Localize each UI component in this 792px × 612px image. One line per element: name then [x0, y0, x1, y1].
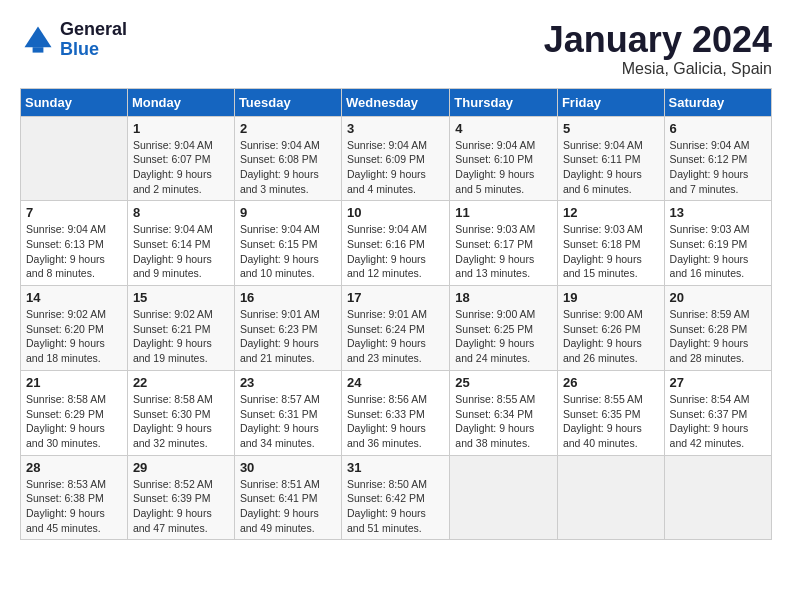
day-info: Sunrise: 9:03 AMSunset: 6:18 PMDaylight:… — [563, 222, 659, 281]
day-info: Sunrise: 8:51 AMSunset: 6:41 PMDaylight:… — [240, 477, 336, 536]
day-info: Sunrise: 9:04 AMSunset: 6:08 PMDaylight:… — [240, 138, 336, 197]
day-info: Sunrise: 9:04 AMSunset: 6:07 PMDaylight:… — [133, 138, 229, 197]
day-number: 2 — [240, 121, 336, 136]
day-number: 14 — [26, 290, 122, 305]
day-number: 26 — [563, 375, 659, 390]
week-row-3: 14Sunrise: 9:02 AMSunset: 6:20 PMDayligh… — [21, 286, 772, 371]
day-info: Sunrise: 9:04 AMSunset: 6:10 PMDaylight:… — [455, 138, 552, 197]
day-number: 3 — [347, 121, 444, 136]
page-header: General Blue January 2024 Mesia, Galicia… — [20, 20, 772, 78]
day-number: 15 — [133, 290, 229, 305]
location: Mesia, Galicia, Spain — [544, 60, 772, 78]
calendar-cell: 25Sunrise: 8:55 AMSunset: 6:34 PMDayligh… — [450, 370, 558, 455]
day-number: 7 — [26, 205, 122, 220]
day-number: 21 — [26, 375, 122, 390]
day-number: 16 — [240, 290, 336, 305]
day-number: 30 — [240, 460, 336, 475]
svg-marker-0 — [25, 26, 52, 47]
day-info: Sunrise: 8:59 AMSunset: 6:28 PMDaylight:… — [670, 307, 766, 366]
day-number: 20 — [670, 290, 766, 305]
week-row-2: 7Sunrise: 9:04 AMSunset: 6:13 PMDaylight… — [21, 201, 772, 286]
day-info: Sunrise: 8:57 AMSunset: 6:31 PMDaylight:… — [240, 392, 336, 451]
day-info: Sunrise: 9:00 AMSunset: 6:25 PMDaylight:… — [455, 307, 552, 366]
day-info: Sunrise: 9:04 AMSunset: 6:16 PMDaylight:… — [347, 222, 444, 281]
day-number: 31 — [347, 460, 444, 475]
calendar-cell: 12Sunrise: 9:03 AMSunset: 6:18 PMDayligh… — [557, 201, 664, 286]
day-number: 23 — [240, 375, 336, 390]
day-info: Sunrise: 8:53 AMSunset: 6:38 PMDaylight:… — [26, 477, 122, 536]
day-number: 25 — [455, 375, 552, 390]
day-info: Sunrise: 9:02 AMSunset: 6:21 PMDaylight:… — [133, 307, 229, 366]
month-title: January 2024 — [544, 20, 772, 60]
day-number: 12 — [563, 205, 659, 220]
day-number: 19 — [563, 290, 659, 305]
day-info: Sunrise: 9:01 AMSunset: 6:24 PMDaylight:… — [347, 307, 444, 366]
calendar-cell: 29Sunrise: 8:52 AMSunset: 6:39 PMDayligh… — [127, 455, 234, 540]
calendar-cell: 10Sunrise: 9:04 AMSunset: 6:16 PMDayligh… — [342, 201, 450, 286]
day-number: 27 — [670, 375, 766, 390]
day-info: Sunrise: 8:50 AMSunset: 6:42 PMDaylight:… — [347, 477, 444, 536]
header-cell-tuesday: Tuesday — [234, 88, 341, 116]
calendar-cell: 14Sunrise: 9:02 AMSunset: 6:20 PMDayligh… — [21, 286, 128, 371]
header-row: SundayMondayTuesdayWednesdayThursdayFrid… — [21, 88, 772, 116]
day-number: 4 — [455, 121, 552, 136]
day-info: Sunrise: 9:00 AMSunset: 6:26 PMDaylight:… — [563, 307, 659, 366]
calendar-cell: 27Sunrise: 8:54 AMSunset: 6:37 PMDayligh… — [664, 370, 771, 455]
day-info: Sunrise: 9:03 AMSunset: 6:19 PMDaylight:… — [670, 222, 766, 281]
calendar-cell: 3Sunrise: 9:04 AMSunset: 6:09 PMDaylight… — [342, 116, 450, 201]
svg-rect-1 — [33, 47, 44, 52]
week-row-5: 28Sunrise: 8:53 AMSunset: 6:38 PMDayligh… — [21, 455, 772, 540]
header-cell-friday: Friday — [557, 88, 664, 116]
header-cell-wednesday: Wednesday — [342, 88, 450, 116]
day-number: 13 — [670, 205, 766, 220]
day-number: 29 — [133, 460, 229, 475]
calendar-cell — [21, 116, 128, 201]
day-number: 8 — [133, 205, 229, 220]
calendar-cell: 9Sunrise: 9:04 AMSunset: 6:15 PMDaylight… — [234, 201, 341, 286]
day-info: Sunrise: 8:56 AMSunset: 6:33 PMDaylight:… — [347, 392, 444, 451]
calendar-cell: 21Sunrise: 8:58 AMSunset: 6:29 PMDayligh… — [21, 370, 128, 455]
day-info: Sunrise: 9:04 AMSunset: 6:13 PMDaylight:… — [26, 222, 122, 281]
calendar-cell: 5Sunrise: 9:04 AMSunset: 6:11 PMDaylight… — [557, 116, 664, 201]
day-number: 6 — [670, 121, 766, 136]
calendar-cell: 15Sunrise: 9:02 AMSunset: 6:21 PMDayligh… — [127, 286, 234, 371]
day-info: Sunrise: 9:04 AMSunset: 6:15 PMDaylight:… — [240, 222, 336, 281]
calendar-cell: 31Sunrise: 8:50 AMSunset: 6:42 PMDayligh… — [342, 455, 450, 540]
calendar-cell: 8Sunrise: 9:04 AMSunset: 6:14 PMDaylight… — [127, 201, 234, 286]
calendar-cell: 11Sunrise: 9:03 AMSunset: 6:17 PMDayligh… — [450, 201, 558, 286]
calendar-cell: 13Sunrise: 9:03 AMSunset: 6:19 PMDayligh… — [664, 201, 771, 286]
day-number: 24 — [347, 375, 444, 390]
header-cell-thursday: Thursday — [450, 88, 558, 116]
day-number: 18 — [455, 290, 552, 305]
title-block: January 2024 Mesia, Galicia, Spain — [544, 20, 772, 78]
calendar-cell: 4Sunrise: 9:04 AMSunset: 6:10 PMDaylight… — [450, 116, 558, 201]
calendar-cell: 18Sunrise: 9:00 AMSunset: 6:25 PMDayligh… — [450, 286, 558, 371]
calendar-cell: 20Sunrise: 8:59 AMSunset: 6:28 PMDayligh… — [664, 286, 771, 371]
day-info: Sunrise: 8:54 AMSunset: 6:37 PMDaylight:… — [670, 392, 766, 451]
day-info: Sunrise: 8:58 AMSunset: 6:30 PMDaylight:… — [133, 392, 229, 451]
calendar-cell: 7Sunrise: 9:04 AMSunset: 6:13 PMDaylight… — [21, 201, 128, 286]
calendar-cell: 6Sunrise: 9:04 AMSunset: 6:12 PMDaylight… — [664, 116, 771, 201]
week-row-1: 1Sunrise: 9:04 AMSunset: 6:07 PMDaylight… — [21, 116, 772, 201]
week-row-4: 21Sunrise: 8:58 AMSunset: 6:29 PMDayligh… — [21, 370, 772, 455]
day-info: Sunrise: 9:01 AMSunset: 6:23 PMDaylight:… — [240, 307, 336, 366]
calendar-cell: 17Sunrise: 9:01 AMSunset: 6:24 PMDayligh… — [342, 286, 450, 371]
calendar-table: SundayMondayTuesdayWednesdayThursdayFrid… — [20, 88, 772, 541]
calendar-cell — [664, 455, 771, 540]
logo-text: General Blue — [60, 20, 127, 60]
calendar-cell: 19Sunrise: 9:00 AMSunset: 6:26 PMDayligh… — [557, 286, 664, 371]
calendar-cell: 24Sunrise: 8:56 AMSunset: 6:33 PMDayligh… — [342, 370, 450, 455]
day-number: 17 — [347, 290, 444, 305]
day-info: Sunrise: 8:55 AMSunset: 6:35 PMDaylight:… — [563, 392, 659, 451]
calendar-cell: 28Sunrise: 8:53 AMSunset: 6:38 PMDayligh… — [21, 455, 128, 540]
day-number: 10 — [347, 205, 444, 220]
calendar-cell — [450, 455, 558, 540]
day-info: Sunrise: 8:52 AMSunset: 6:39 PMDaylight:… — [133, 477, 229, 536]
day-number: 5 — [563, 121, 659, 136]
day-info: Sunrise: 9:03 AMSunset: 6:17 PMDaylight:… — [455, 222, 552, 281]
day-number: 1 — [133, 121, 229, 136]
day-info: Sunrise: 9:02 AMSunset: 6:20 PMDaylight:… — [26, 307, 122, 366]
day-number: 22 — [133, 375, 229, 390]
calendar-cell: 1Sunrise: 9:04 AMSunset: 6:07 PMDaylight… — [127, 116, 234, 201]
logo-icon — [20, 22, 56, 58]
